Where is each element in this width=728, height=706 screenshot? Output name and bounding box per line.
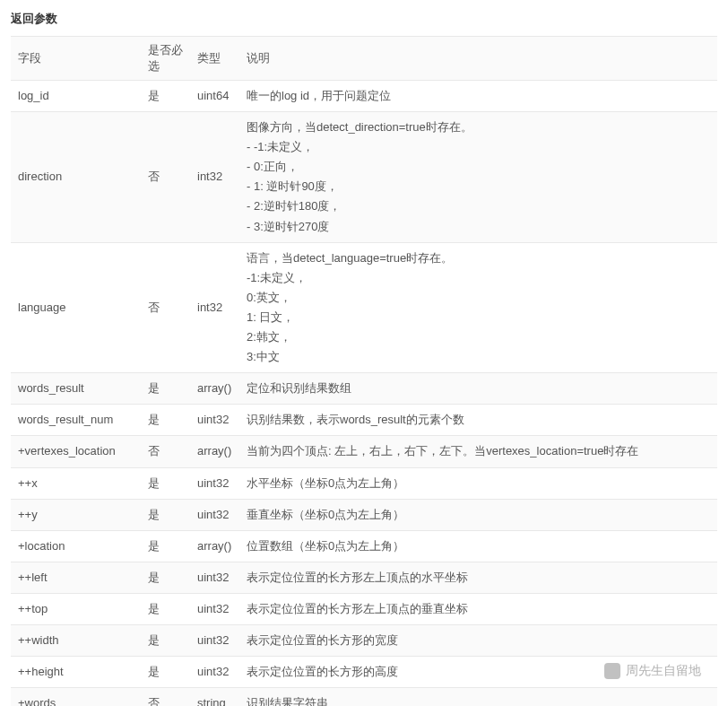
cell-field: ++height [11, 657, 141, 688]
cell-desc: 垂直坐标（坐标0点为左上角） [239, 499, 717, 530]
cell-desc: 语言，当detect_language=true时存在。-1:未定义，0:英文，… [239, 242, 717, 373]
cell-desc: 表示定位位置的长方形左上顶点的垂直坐标 [239, 593, 717, 624]
cell-required: 是 [141, 593, 190, 624]
cell-required: 是 [141, 657, 190, 688]
cell-field: language [11, 242, 141, 373]
cell-required: 是 [141, 624, 190, 656]
cell-type: uint32 [190, 657, 239, 688]
cell-required: 否 [141, 242, 190, 373]
cell-required: 是 [141, 530, 190, 562]
cell-field: log_id [11, 81, 141, 112]
desc-line: 图像方向，当detect_direction=true时存在。 [247, 118, 710, 137]
cell-type: int32 [190, 112, 239, 243]
desc-line: 2:韩文， [247, 327, 710, 347]
cell-desc: 唯一的log id，用于问题定位 [239, 81, 717, 112]
table-row: direction否int32图像方向，当detect_direction=tr… [11, 112, 717, 243]
cell-required: 是 [141, 562, 190, 593]
cell-type: array() [190, 436, 239, 467]
cell-desc: 表示定位位置的长方形的宽度 [239, 624, 717, 656]
cell-field: ++y [11, 499, 141, 530]
cell-required: 否 [141, 688, 190, 706]
cell-type: uint32 [190, 499, 239, 530]
desc-line: - 3:逆时针270度 [247, 217, 710, 237]
table-header-row: 字段 是否必选 类型 说明 [11, 37, 717, 81]
watermark-text: 周先生自留地 [626, 663, 701, 679]
cell-field: +vertexes_location [11, 436, 141, 467]
section-title: 返回参数 [11, 11, 717, 27]
cell-desc: 定位和识别结果数组 [239, 373, 717, 405]
table-row: language否int32语言，当detect_language=true时存… [11, 242, 717, 373]
cell-desc: 表示定位位置的长方形左上顶点的水平坐标 [239, 562, 717, 593]
cell-required: 是 [141, 373, 190, 405]
cell-field: ++left [11, 562, 141, 593]
desc-line: 表示定位位置的长方形左上顶点的水平坐标 [247, 568, 710, 588]
cell-type: uint32 [190, 593, 239, 624]
cell-desc: 水平坐标（坐标0点为左上角） [239, 467, 717, 499]
desc-line: 识别结果字符串 [247, 693, 710, 706]
cell-required: 是 [141, 81, 190, 112]
cell-desc: 识别结果数，表示words_result的元素个数 [239, 405, 717, 436]
cell-type: string [190, 688, 239, 706]
table-row: ++x是uint32水平坐标（坐标0点为左上角） [11, 467, 717, 499]
table-row: +location是array()位置数组（坐标0点为左上角） [11, 530, 717, 562]
table-row: ++width是uint32表示定位位置的长方形的宽度 [11, 624, 717, 656]
table-row: ++y是uint32垂直坐标（坐标0点为左上角） [11, 499, 717, 530]
desc-line: - 1: 逆时针90度， [247, 177, 710, 196]
cell-required: 是 [141, 467, 190, 499]
cell-required: 否 [141, 436, 190, 467]
table-row: +vertexes_location否array()当前为四个顶点: 左上，右上… [11, 436, 717, 467]
cell-type: uint32 [190, 467, 239, 499]
cell-field: words_result [11, 373, 141, 405]
cell-field: words_result_num [11, 405, 141, 436]
cell-type: array() [190, 530, 239, 562]
cell-desc: 图像方向，当detect_direction=true时存在。- -1:未定义，… [239, 112, 717, 243]
cell-field: +words [11, 688, 141, 706]
desc-line: 当前为四个顶点: 左上，右上，右下，左下。当vertexes_location=… [247, 441, 710, 461]
watermark: 周先生自留地 [604, 663, 701, 679]
table-row: words_result_num是uint32识别结果数，表示words_res… [11, 405, 717, 436]
header-field: 字段 [11, 37, 141, 81]
desc-line: - 2:逆时针180度， [247, 196, 710, 216]
table-row: log_id是uint64唯一的log id，用于问题定位 [11, 81, 717, 112]
header-type: 类型 [190, 37, 239, 81]
desc-line: - 0:正向， [247, 157, 710, 177]
cell-field: +location [11, 530, 141, 562]
cell-field: ++top [11, 593, 141, 624]
cell-type: uint32 [190, 405, 239, 436]
cell-required: 是 [141, 405, 190, 436]
desc-line: 唯一的log id，用于问题定位 [247, 86, 710, 106]
table-row: words_result是array()定位和识别结果数组 [11, 373, 717, 405]
cell-desc: 识别结果字符串 [239, 688, 717, 706]
cell-field: ++width [11, 624, 141, 656]
table-row: ++top是uint32表示定位位置的长方形左上顶点的垂直坐标 [11, 593, 717, 624]
desc-line: 1: 日文， [247, 308, 710, 327]
cell-required: 否 [141, 112, 190, 243]
table-row: +words否string识别结果字符串 [11, 688, 717, 706]
table-row: ++left是uint32表示定位位置的长方形左上顶点的水平坐标 [11, 562, 717, 593]
cell-type: uint32 [190, 562, 239, 593]
desc-line: -1:未定义， [247, 268, 710, 288]
desc-line: 定位和识别结果数组 [247, 379, 710, 398]
desc-line: 表示定位位置的长方形左上顶点的垂直坐标 [247, 599, 710, 619]
desc-line: 识别结果数，表示words_result的元素个数 [247, 410, 710, 430]
desc-line: 表示定位位置的长方形的宽度 [247, 631, 710, 650]
cell-field: ++x [11, 467, 141, 499]
desc-line: 垂直坐标（坐标0点为左上角） [247, 505, 710, 525]
desc-line: - -1:未定义， [247, 137, 710, 157]
cell-type: int32 [190, 242, 239, 373]
cell-type: array() [190, 373, 239, 405]
desc-line: 0:英文， [247, 288, 710, 308]
params-table: 字段 是否必选 类型 说明 log_id是uint64唯一的log id，用于问… [11, 36, 717, 706]
desc-line: 位置数组（坐标0点为左上角） [247, 536, 710, 556]
cell-desc: 当前为四个顶点: 左上，右上，右下，左下。当vertexes_location=… [239, 436, 717, 467]
header-desc: 说明 [239, 37, 717, 81]
cell-desc: 位置数组（坐标0点为左上角） [239, 530, 717, 562]
cell-field: direction [11, 112, 141, 243]
desc-line: 3:中文 [247, 347, 710, 367]
header-required: 是否必选 [141, 37, 190, 81]
cell-required: 是 [141, 499, 190, 530]
wechat-icon [604, 663, 620, 679]
desc-line: 水平坐标（坐标0点为左上角） [247, 474, 710, 493]
cell-type: uint32 [190, 624, 239, 656]
desc-line: 语言，当detect_language=true时存在。 [247, 248, 710, 268]
